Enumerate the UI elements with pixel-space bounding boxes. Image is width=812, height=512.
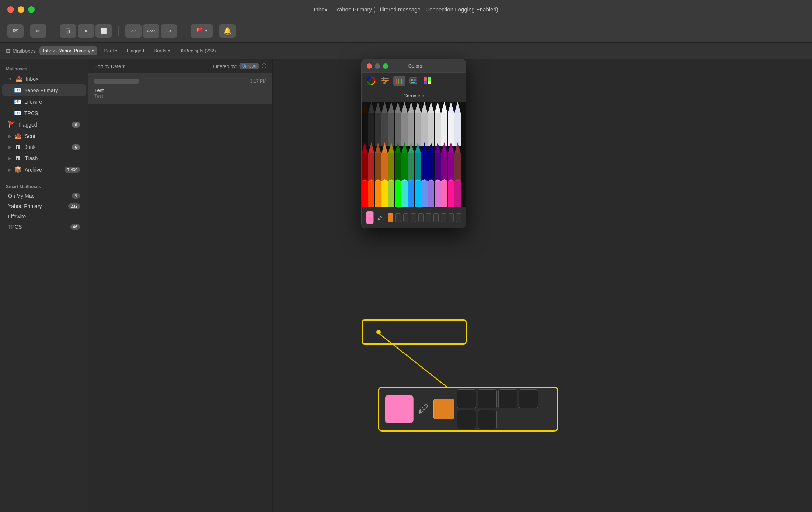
svg-rect-25 xyxy=(381,113,388,146)
zoom-slot-3[interactable] xyxy=(498,389,517,408)
panel-zoom-dot[interactable] xyxy=(383,63,388,69)
junk-button[interactable]: ✕ xyxy=(78,24,94,38)
tab-inbox-yahoo[interactable]: Inbox - Yahoo Primary ▾ xyxy=(39,46,97,55)
zoom-slot-5[interactable] xyxy=(457,410,476,429)
yahoo-label: Yahoo Primary xyxy=(24,87,80,93)
zoom-slot-4[interactable] xyxy=(519,389,538,408)
delete-button[interactable]: 🗑 xyxy=(60,24,76,38)
reply-all-button[interactable]: ↩↩ xyxy=(143,24,159,38)
color-slot-2[interactable] xyxy=(395,213,401,222)
eyedropper-button[interactable]: 🖊 xyxy=(376,214,386,222)
svg-point-5 xyxy=(385,80,387,82)
minimize-button[interactable] xyxy=(18,6,24,13)
sidebar-item-yahoo-smart[interactable]: Yahoo Primary 232 xyxy=(2,201,86,211)
color-slot-9[interactable] xyxy=(449,213,454,222)
notification-button[interactable]: 🔔 xyxy=(219,24,236,38)
svg-marker-26 xyxy=(381,102,388,113)
sidebar-item-trash[interactable]: ▶ 🗑 Trash xyxy=(2,153,86,164)
svg-point-6 xyxy=(383,82,386,84)
yahoo-smart-label: Yahoo Primary xyxy=(8,203,65,209)
zoom-slot-1[interactable] xyxy=(457,389,476,408)
color-slot-8[interactable] xyxy=(441,213,446,222)
panel-minimize-dot[interactable] xyxy=(375,63,380,69)
message-preview: Test xyxy=(94,93,266,99)
current-color-swatch[interactable] xyxy=(366,211,374,224)
color-slot-1[interactable] xyxy=(388,213,393,222)
color-slot-10[interactable] xyxy=(456,213,461,222)
tab-arrow: ▾ xyxy=(92,49,94,53)
sidebar-item-on-my-mac[interactable]: On My Mac 9 xyxy=(2,191,86,201)
zoom-slot-2[interactable] xyxy=(478,389,497,408)
color-slot-7[interactable] xyxy=(433,213,439,222)
message-time: 3:17 PM xyxy=(250,79,266,84)
color-slot-5[interactable] xyxy=(418,213,424,222)
tab-flagged[interactable]: Flagged xyxy=(124,46,147,55)
color-wheel-button[interactable] xyxy=(365,76,377,86)
sliders-button[interactable] xyxy=(379,76,391,86)
tab-sent-label: Sent xyxy=(104,48,114,53)
tab-receipts[interactable]: 00Receipts (232) xyxy=(177,46,219,55)
crayons-icon xyxy=(395,76,404,85)
sidebar-item-sent[interactable]: ▶ 📤 Sent xyxy=(2,130,86,142)
tab-inbox-label: Inbox - Yahoo Primary xyxy=(43,48,90,53)
svg-rect-14 xyxy=(411,82,415,83)
mailboxes-tab[interactable]: ⊞ Mailboxes xyxy=(6,48,36,54)
forward-button[interactable]: ↪ xyxy=(161,24,177,38)
image-palette-button[interactable] xyxy=(407,76,419,86)
svg-rect-47 xyxy=(454,113,461,146)
zoom-orange-slot[interactable] xyxy=(433,399,454,419)
custom-palettes-icon xyxy=(423,76,432,85)
svg-point-12 xyxy=(411,79,413,81)
lifewire-icon: 📧 xyxy=(14,98,21,105)
filter-icon[interactable]: ⓘ xyxy=(262,63,266,69)
svg-marker-28 xyxy=(388,102,394,113)
svg-rect-79 xyxy=(362,181,368,207)
sidebar-item-inbox[interactable]: ▼ 📥 Inbox xyxy=(2,73,86,84)
panel-close-dot[interactable] xyxy=(367,63,372,69)
reply-button[interactable]: ↩ xyxy=(125,24,142,38)
message-item[interactable]: 3:17 PM Test Test xyxy=(88,73,272,104)
flag-icon: 🚩 xyxy=(196,27,204,34)
new-message-button[interactable]: ✏ xyxy=(30,24,46,38)
sidebar-item-tpcs[interactable]: 📧 TPCS xyxy=(2,107,86,119)
separator-2 xyxy=(118,26,119,36)
close-button[interactable] xyxy=(7,6,14,13)
svg-rect-41 xyxy=(435,113,441,146)
color-slot-6[interactable] xyxy=(426,213,431,222)
archive-label: Archive xyxy=(25,167,62,173)
sidebar-item-lifewire[interactable]: 📧 Lifewire xyxy=(2,96,86,107)
svg-marker-24 xyxy=(375,102,381,113)
zoom-eyedropper-icon[interactable]: 🖊 xyxy=(417,403,431,415)
junk-expand-arrow: ▶ xyxy=(8,145,11,150)
zoom-slot-6[interactable] xyxy=(478,410,497,429)
flag-button[interactable]: 🚩 ▾ xyxy=(191,24,213,38)
sidebar-item-flagged[interactable]: 🚩 Flagged 6 xyxy=(2,119,86,130)
title-bar: Inbox — Yahoo Primary (1 filtered messag… xyxy=(0,0,812,19)
svg-rect-35 xyxy=(415,113,421,146)
compose-button[interactable]: ✉ xyxy=(7,24,24,38)
pencil-display[interactable] xyxy=(362,102,466,207)
colors-panel-header: Colors xyxy=(362,59,466,73)
sidebar-item-junk[interactable]: ▶ 🗑 Junk 6 xyxy=(2,142,86,153)
svg-rect-29 xyxy=(395,113,401,146)
filter-badge[interactable]: Unread xyxy=(239,63,259,69)
maximize-button[interactable] xyxy=(28,6,35,13)
svg-rect-37 xyxy=(421,113,428,146)
sidebar-item-archive[interactable]: ▶ 📦 Archive 7,430 xyxy=(2,164,86,175)
custom-palettes-button[interactable] xyxy=(421,76,433,86)
svg-marker-44 xyxy=(441,102,447,113)
sidebar-item-lifewire-smart[interactable]: Lifewire xyxy=(2,211,86,222)
traffic-lights xyxy=(7,6,35,13)
sort-button[interactable]: Sort by Date ▾ xyxy=(94,63,125,69)
sidebar-item-tpcs-smart[interactable]: TPCS 46 xyxy=(2,222,86,232)
svg-rect-93 xyxy=(408,181,414,207)
crayons-button[interactable] xyxy=(393,76,405,86)
archive-button[interactable]: ⬜ xyxy=(95,24,112,38)
zoom-pink-swatch[interactable] xyxy=(385,395,414,423)
sidebar-item-yahoo-primary[interactable]: 📧 Yahoo Primary xyxy=(2,84,86,96)
color-slot-4[interactable] xyxy=(411,213,416,222)
tab-flagged-label: Flagged xyxy=(127,48,144,53)
color-slot-3[interactable] xyxy=(403,213,409,222)
tab-sent[interactable]: Sent ▾ xyxy=(101,46,120,55)
tab-drafts[interactable]: Drafts ▾ xyxy=(151,46,173,55)
